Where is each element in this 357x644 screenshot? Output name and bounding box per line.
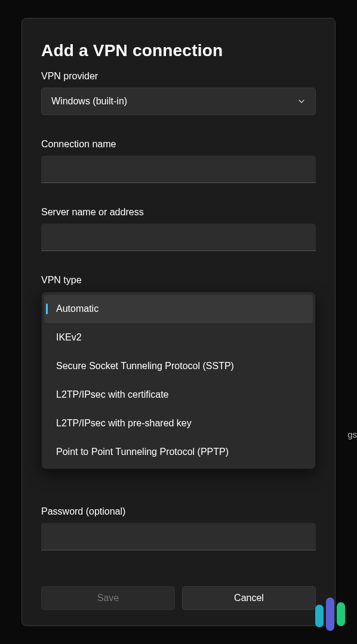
background-partial-text: gs: [347, 429, 357, 439]
password-input[interactable]: [41, 523, 316, 550]
vpn-type-option-sstp[interactable]: Secure Socket Tunneling Protocol (SSTP): [44, 352, 313, 380]
logo-bar-2: [326, 597, 334, 631]
vpn-type-option-ikev2[interactable]: IKEv2: [44, 323, 313, 352]
vpn-provider-value: Windows (built-in): [51, 96, 127, 107]
dialog-title: Add a VPN connection: [41, 41, 316, 60]
server-address-input[interactable]: [41, 224, 316, 251]
vpn-provider-select[interactable]: Windows (built-in): [41, 88, 316, 115]
vpn-type-option-pptp[interactable]: Point to Point Tunneling Protocol (PPTP): [44, 438, 313, 466]
vpn-type-option-l2tp-cert[interactable]: L2TP/IPsec with certificate: [44, 380, 313, 409]
cancel-button[interactable]: Cancel: [182, 586, 316, 610]
logo-bar-1: [315, 605, 324, 627]
logo-bar-3: [337, 602, 345, 626]
save-button[interactable]: Save: [41, 586, 175, 610]
dialog-button-row: Save Cancel: [41, 586, 316, 610]
brand-logo: [315, 597, 345, 631]
password-label: Password (optional): [41, 506, 316, 517]
chevron-down-icon: [297, 97, 306, 106]
vpn-type-dropdown: Automatic IKEv2 Secure Socket Tunneling …: [41, 292, 316, 469]
vpn-provider-label: VPN provider: [41, 71, 316, 82]
vpn-dialog: Add a VPN connection VPN provider Window…: [21, 18, 336, 626]
vpn-type-option-l2tp-psk[interactable]: L2TP/IPsec with pre-shared key: [44, 409, 313, 438]
vpn-type-label: VPN type: [41, 275, 316, 286]
server-address-label: Server name or address: [41, 207, 316, 218]
connection-name-input[interactable]: [41, 156, 316, 183]
connection-name-label: Connection name: [41, 139, 316, 150]
vpn-type-option-automatic[interactable]: Automatic: [44, 295, 313, 323]
